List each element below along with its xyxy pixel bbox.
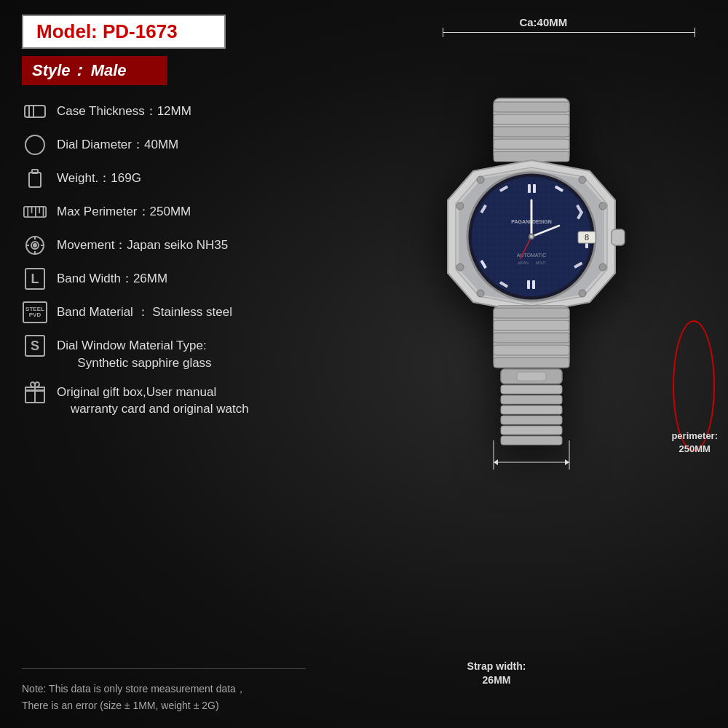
svg-point-34 (579, 290, 586, 297)
svg-rect-81 (501, 426, 562, 435)
svg-rect-77 (501, 385, 562, 394)
model-label: Model: PD-1673 (36, 20, 178, 42)
spec-dial-diameter: Dial Diameter：40MM (22, 132, 306, 158)
case-thickness-text: Case Thickness：12MM (57, 98, 191, 120)
svg-rect-25 (494, 127, 569, 137)
svg-rect-70 (494, 308, 569, 318)
dial-diameter-text: Dial Diameter：40MM (57, 132, 178, 154)
svg-point-38 (599, 264, 606, 271)
svg-rect-73 (494, 345, 569, 355)
style-box: Style： Male (22, 56, 167, 85)
svg-rect-4 (29, 173, 41, 187)
svg-rect-5 (32, 170, 38, 173)
spec-band-width: L Band Width：26MM (22, 266, 306, 292)
band-width-icon: L (22, 266, 48, 292)
svg-point-3 (25, 135, 44, 154)
max-perimeter-text: Max Perimeter：250MM (57, 199, 191, 221)
movement-icon (22, 232, 48, 258)
svg-rect-45 (533, 184, 536, 193)
svg-point-68 (530, 235, 533, 238)
model-value: PD-1673 (103, 20, 178, 42)
dial-diameter-icon (22, 132, 48, 158)
band-width-text: Band Width：26MM (57, 266, 167, 288)
svg-rect-71 (494, 320, 569, 331)
svg-rect-53 (527, 280, 530, 289)
spec-band-material: STEEL PVD Band Material ： Stainless stee… (22, 299, 306, 325)
model-prefix: Model: (36, 20, 103, 42)
svg-rect-44 (528, 184, 531, 193)
note-section: Note: This data is only store measuremen… (22, 668, 306, 713)
right-panel: Ca:40MM (320, 0, 728, 728)
band-material-text: Band Material ： Stainless steel (57, 299, 232, 321)
spec-max-perimeter: Max Perimeter：250MM (22, 199, 306, 225)
svg-rect-80 (501, 416, 562, 424)
svg-rect-39 (612, 229, 625, 245)
spec-dial-window: S Dial Window Material Type: Synthetic s… (22, 333, 306, 372)
dial-window-text: Dial Window Material Type: Synthetic sap… (57, 333, 212, 372)
perimeter-label: perimeter:250MM (671, 430, 718, 456)
svg-text:JAPAN: JAPAN (517, 261, 529, 265)
svg-text:MOVT: MOVT (536, 261, 546, 265)
svg-point-35 (456, 202, 464, 210)
svg-rect-26 (494, 139, 569, 149)
model-box: Model: PD-1673 (22, 15, 226, 49)
svg-point-36 (599, 202, 606, 210)
svg-point-33 (477, 290, 484, 297)
svg-rect-24 (494, 114, 569, 124)
weight-icon (22, 165, 48, 191)
svg-text:8: 8 (585, 233, 589, 242)
note-text: Note: This data is only store measuremen… (22, 681, 306, 713)
style-label: Style： Male (32, 61, 127, 79)
gift-text: Original gift box,User manual warranty c… (57, 379, 249, 419)
svg-point-37 (456, 264, 464, 271)
svg-marker-86 (494, 459, 498, 465)
strap-width-label: Strap width:26MM (467, 660, 526, 688)
svg-point-32 (579, 176, 586, 183)
svg-marker-87 (565, 459, 569, 465)
svg-rect-23 (494, 102, 569, 112)
steel-pvd-icon: STEEL PVD (23, 301, 47, 323)
spec-gift: Original gift box,User manual warranty c… (22, 379, 306, 419)
dial-window-icon: S (22, 333, 48, 359)
svg-rect-52 (532, 280, 535, 289)
left-panel: Model: PD-1673 Style： Male Case Thicknes… (0, 0, 320, 728)
gift-icon (22, 379, 48, 405)
pvd-text: PVD (29, 312, 41, 318)
spec-movement: Movement：Japan seiko NH35 (22, 232, 306, 258)
svg-rect-78 (501, 395, 562, 404)
band-material-icon: STEEL PVD (22, 299, 48, 325)
s-icon: S (25, 335, 45, 357)
svg-rect-72 (494, 333, 569, 343)
svg-rect-79 (501, 405, 562, 414)
movement-text: Movement：Japan seiko NH35 (57, 232, 228, 254)
svg-rect-0 (25, 106, 45, 117)
weight-text: Weight.：169G (57, 165, 141, 187)
svg-point-31 (477, 176, 484, 183)
watch-svg: 8 PAGANI DESIGN AUTOMATIC JAPAN MOVT (415, 84, 648, 593)
l-icon: L (25, 268, 45, 290)
svg-rect-76 (517, 372, 546, 381)
case-thickness-icon (22, 98, 48, 124)
svg-rect-82 (501, 436, 562, 445)
specs-list: Case Thickness：12MM Dial Diameter：40MM (22, 98, 306, 418)
watch-container: 8 PAGANI DESIGN AUTOMATIC JAPAN MOVT (335, 7, 728, 670)
svg-rect-74 (494, 357, 569, 368)
svg-point-18 (33, 244, 36, 247)
spec-weight: Weight.：169G (22, 165, 306, 191)
max-perimeter-icon (22, 199, 48, 225)
spec-case-thickness: Case Thickness：12MM (22, 98, 306, 124)
